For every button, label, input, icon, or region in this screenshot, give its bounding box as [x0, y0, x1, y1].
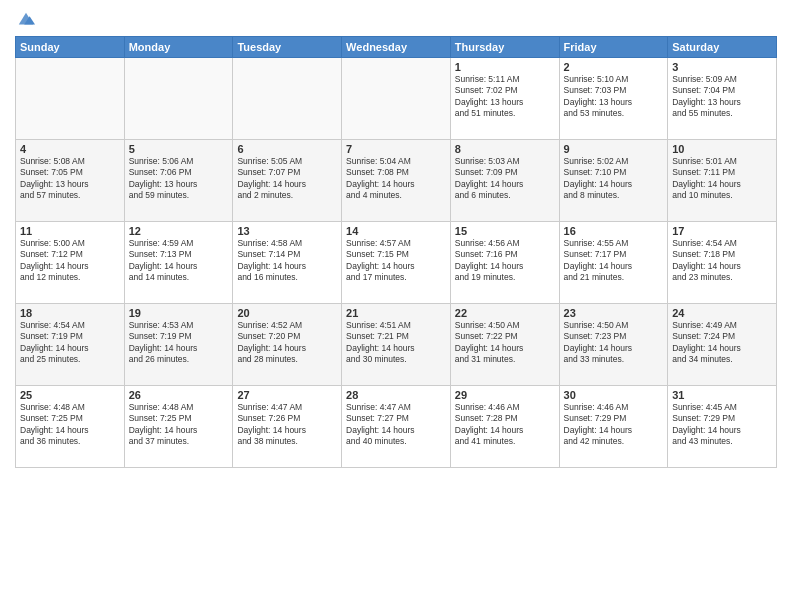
day-info: Sunrise: 5:02 AM Sunset: 7:10 PM Dayligh…	[564, 156, 664, 202]
day-cell: 8Sunrise: 5:03 AM Sunset: 7:09 PM Daylig…	[450, 140, 559, 222]
day-cell: 1Sunrise: 5:11 AM Sunset: 7:02 PM Daylig…	[450, 58, 559, 140]
day-number: 15	[455, 225, 555, 237]
day-cell: 3Sunrise: 5:09 AM Sunset: 7:04 PM Daylig…	[668, 58, 777, 140]
week-row-5: 25Sunrise: 4:48 AM Sunset: 7:25 PM Dayli…	[16, 386, 777, 468]
day-info: Sunrise: 5:11 AM Sunset: 7:02 PM Dayligh…	[455, 74, 555, 120]
day-info: Sunrise: 4:45 AM Sunset: 7:29 PM Dayligh…	[672, 402, 772, 448]
day-header-monday: Monday	[124, 37, 233, 58]
day-info: Sunrise: 4:48 AM Sunset: 7:25 PM Dayligh…	[20, 402, 120, 448]
day-info: Sunrise: 5:08 AM Sunset: 7:05 PM Dayligh…	[20, 156, 120, 202]
day-info: Sunrise: 5:09 AM Sunset: 7:04 PM Dayligh…	[672, 74, 772, 120]
day-info: Sunrise: 4:52 AM Sunset: 7:20 PM Dayligh…	[237, 320, 337, 366]
day-info: Sunrise: 5:01 AM Sunset: 7:11 PM Dayligh…	[672, 156, 772, 202]
day-cell: 30Sunrise: 4:46 AM Sunset: 7:29 PM Dayli…	[559, 386, 668, 468]
day-cell: 9Sunrise: 5:02 AM Sunset: 7:10 PM Daylig…	[559, 140, 668, 222]
day-cell: 23Sunrise: 4:50 AM Sunset: 7:23 PM Dayli…	[559, 304, 668, 386]
day-cell: 22Sunrise: 4:50 AM Sunset: 7:22 PM Dayli…	[450, 304, 559, 386]
day-info: Sunrise: 4:47 AM Sunset: 7:26 PM Dayligh…	[237, 402, 337, 448]
day-cell: 26Sunrise: 4:48 AM Sunset: 7:25 PM Dayli…	[124, 386, 233, 468]
logo	[15, 10, 35, 28]
day-info: Sunrise: 4:51 AM Sunset: 7:21 PM Dayligh…	[346, 320, 446, 366]
day-cell: 12Sunrise: 4:59 AM Sunset: 7:13 PM Dayli…	[124, 222, 233, 304]
day-info: Sunrise: 4:59 AM Sunset: 7:13 PM Dayligh…	[129, 238, 229, 284]
day-info: Sunrise: 4:56 AM Sunset: 7:16 PM Dayligh…	[455, 238, 555, 284]
day-number: 31	[672, 389, 772, 401]
day-number: 21	[346, 307, 446, 319]
day-info: Sunrise: 5:00 AM Sunset: 7:12 PM Dayligh…	[20, 238, 120, 284]
header	[15, 10, 777, 28]
day-cell: 13Sunrise: 4:58 AM Sunset: 7:14 PM Dayli…	[233, 222, 342, 304]
day-cell: 29Sunrise: 4:46 AM Sunset: 7:28 PM Dayli…	[450, 386, 559, 468]
day-number: 4	[20, 143, 120, 155]
day-info: Sunrise: 4:53 AM Sunset: 7:19 PM Dayligh…	[129, 320, 229, 366]
day-number: 7	[346, 143, 446, 155]
day-number: 20	[237, 307, 337, 319]
day-number: 24	[672, 307, 772, 319]
day-header-tuesday: Tuesday	[233, 37, 342, 58]
day-number: 16	[564, 225, 664, 237]
day-number: 26	[129, 389, 229, 401]
day-cell: 11Sunrise: 5:00 AM Sunset: 7:12 PM Dayli…	[16, 222, 125, 304]
day-cell: 15Sunrise: 4:56 AM Sunset: 7:16 PM Dayli…	[450, 222, 559, 304]
day-cell: 10Sunrise: 5:01 AM Sunset: 7:11 PM Dayli…	[668, 140, 777, 222]
calendar-table: SundayMondayTuesdayWednesdayThursdayFrid…	[15, 36, 777, 468]
week-row-1: 1Sunrise: 5:11 AM Sunset: 7:02 PM Daylig…	[16, 58, 777, 140]
day-number: 30	[564, 389, 664, 401]
day-info: Sunrise: 4:47 AM Sunset: 7:27 PM Dayligh…	[346, 402, 446, 448]
day-header-saturday: Saturday	[668, 37, 777, 58]
header-row: SundayMondayTuesdayWednesdayThursdayFrid…	[16, 37, 777, 58]
page-container: SundayMondayTuesdayWednesdayThursdayFrid…	[0, 0, 792, 478]
day-number: 25	[20, 389, 120, 401]
day-info: Sunrise: 5:04 AM Sunset: 7:08 PM Dayligh…	[346, 156, 446, 202]
day-info: Sunrise: 4:57 AM Sunset: 7:15 PM Dayligh…	[346, 238, 446, 284]
day-cell	[342, 58, 451, 140]
day-cell: 27Sunrise: 4:47 AM Sunset: 7:26 PM Dayli…	[233, 386, 342, 468]
day-number: 19	[129, 307, 229, 319]
day-cell: 31Sunrise: 4:45 AM Sunset: 7:29 PM Dayli…	[668, 386, 777, 468]
day-number: 8	[455, 143, 555, 155]
week-row-3: 11Sunrise: 5:00 AM Sunset: 7:12 PM Dayli…	[16, 222, 777, 304]
day-cell: 21Sunrise: 4:51 AM Sunset: 7:21 PM Dayli…	[342, 304, 451, 386]
day-info: Sunrise: 4:46 AM Sunset: 7:29 PM Dayligh…	[564, 402, 664, 448]
day-number: 29	[455, 389, 555, 401]
day-number: 28	[346, 389, 446, 401]
day-number: 14	[346, 225, 446, 237]
day-info: Sunrise: 4:54 AM Sunset: 7:19 PM Dayligh…	[20, 320, 120, 366]
day-header-sunday: Sunday	[16, 37, 125, 58]
day-number: 13	[237, 225, 337, 237]
day-cell: 7Sunrise: 5:04 AM Sunset: 7:08 PM Daylig…	[342, 140, 451, 222]
day-number: 9	[564, 143, 664, 155]
day-number: 10	[672, 143, 772, 155]
day-number: 3	[672, 61, 772, 73]
day-cell: 20Sunrise: 4:52 AM Sunset: 7:20 PM Dayli…	[233, 304, 342, 386]
day-info: Sunrise: 4:49 AM Sunset: 7:24 PM Dayligh…	[672, 320, 772, 366]
day-info: Sunrise: 5:10 AM Sunset: 7:03 PM Dayligh…	[564, 74, 664, 120]
day-number: 12	[129, 225, 229, 237]
day-number: 6	[237, 143, 337, 155]
week-row-2: 4Sunrise: 5:08 AM Sunset: 7:05 PM Daylig…	[16, 140, 777, 222]
day-cell	[16, 58, 125, 140]
day-cell: 19Sunrise: 4:53 AM Sunset: 7:19 PM Dayli…	[124, 304, 233, 386]
day-header-friday: Friday	[559, 37, 668, 58]
day-header-thursday: Thursday	[450, 37, 559, 58]
day-info: Sunrise: 4:48 AM Sunset: 7:25 PM Dayligh…	[129, 402, 229, 448]
week-row-4: 18Sunrise: 4:54 AM Sunset: 7:19 PM Dayli…	[16, 304, 777, 386]
day-cell: 24Sunrise: 4:49 AM Sunset: 7:24 PM Dayli…	[668, 304, 777, 386]
day-info: Sunrise: 4:50 AM Sunset: 7:22 PM Dayligh…	[455, 320, 555, 366]
day-cell: 28Sunrise: 4:47 AM Sunset: 7:27 PM Dayli…	[342, 386, 451, 468]
day-cell: 14Sunrise: 4:57 AM Sunset: 7:15 PM Dayli…	[342, 222, 451, 304]
day-number: 1	[455, 61, 555, 73]
day-cell: 5Sunrise: 5:06 AM Sunset: 7:06 PM Daylig…	[124, 140, 233, 222]
day-cell: 6Sunrise: 5:05 AM Sunset: 7:07 PM Daylig…	[233, 140, 342, 222]
day-info: Sunrise: 4:55 AM Sunset: 7:17 PM Dayligh…	[564, 238, 664, 284]
day-info: Sunrise: 4:54 AM Sunset: 7:18 PM Dayligh…	[672, 238, 772, 284]
day-number: 17	[672, 225, 772, 237]
day-number: 22	[455, 307, 555, 319]
day-info: Sunrise: 5:05 AM Sunset: 7:07 PM Dayligh…	[237, 156, 337, 202]
day-info: Sunrise: 4:50 AM Sunset: 7:23 PM Dayligh…	[564, 320, 664, 366]
day-cell: 18Sunrise: 4:54 AM Sunset: 7:19 PM Dayli…	[16, 304, 125, 386]
day-number: 2	[564, 61, 664, 73]
day-cell: 2Sunrise: 5:10 AM Sunset: 7:03 PM Daylig…	[559, 58, 668, 140]
day-info: Sunrise: 5:03 AM Sunset: 7:09 PM Dayligh…	[455, 156, 555, 202]
day-info: Sunrise: 5:06 AM Sunset: 7:06 PM Dayligh…	[129, 156, 229, 202]
